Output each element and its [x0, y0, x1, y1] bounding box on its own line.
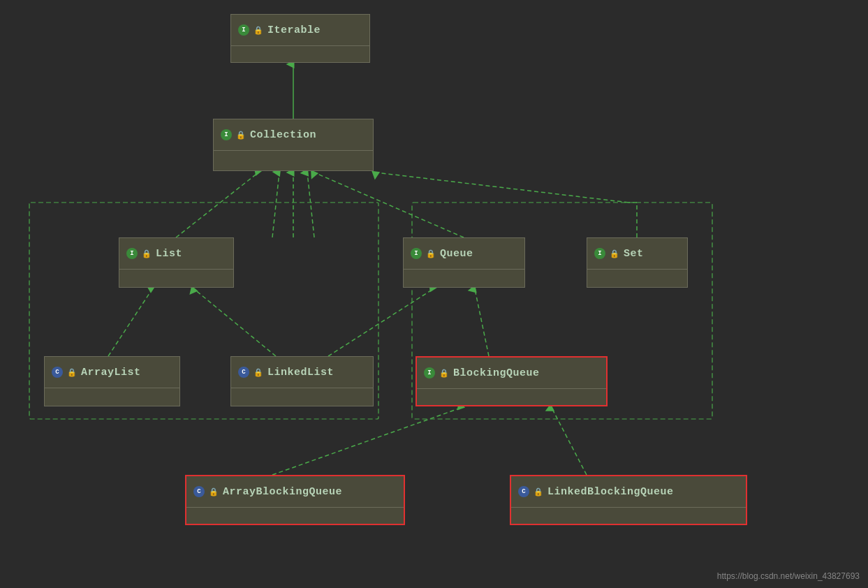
uml-box-set-header: I 🔒 Set [587, 238, 687, 269]
diagram-container: I 🔒 Iterable I 🔒 Collection I 🔒 List I 🔒… [0, 0, 868, 588]
queue-body [404, 269, 524, 281]
list-body [119, 269, 233, 281]
svg-line-9 [475, 289, 489, 356]
arraylist-label: ArrayList [81, 367, 141, 378]
class-icon-linkedlist: C [238, 367, 249, 378]
lock-icon-linkedblockingqueue: 🔒 [534, 487, 543, 497]
svg-line-8 [328, 289, 433, 356]
lock-icon-arraylist: 🔒 [67, 368, 77, 377]
blockingqueue-body [417, 388, 606, 401]
lock-icon-collection: 🔒 [236, 131, 246, 140]
svg-line-16 [307, 172, 314, 237]
interface-icon-queue: I [411, 248, 422, 259]
linkedlist-body [231, 388, 373, 400]
svg-line-10 [272, 408, 461, 475]
class-icon-linkedblockingqueue: C [518, 486, 529, 497]
arrayblockingqueue-label: ArrayBlockingQueue [223, 486, 342, 498]
svg-line-7 [194, 289, 276, 356]
uml-box-linkedlist-header: C 🔒 LinkedList [231, 357, 373, 388]
uml-box-blockingqueue: I 🔒 BlockingQueue [415, 356, 608, 406]
uml-box-collection-header: I 🔒 Collection [214, 119, 373, 150]
linkedlist-label: LinkedList [267, 367, 334, 378]
linkedblockingqueue-body [511, 507, 746, 520]
uml-box-arrayblockingqueue-header: C 🔒 ArrayBlockingQueue [186, 476, 404, 507]
list-label: List [156, 248, 182, 260]
lock-icon-list: 🔒 [142, 249, 152, 258]
collection-label: Collection [250, 129, 316, 141]
uml-box-queue: I 🔒 Queue [403, 237, 525, 288]
interface-icon-set: I [594, 248, 605, 259]
svg-line-6 [108, 289, 152, 356]
class-icon-arrayblockingqueue: C [193, 486, 205, 497]
svg-line-5 [376, 172, 628, 203]
uml-box-blockingqueue-header: I 🔒 BlockingQueue [417, 358, 606, 388]
uml-box-list: I 🔒 List [119, 237, 234, 288]
uml-box-arrayblockingqueue: C 🔒 ArrayBlockingQueue [185, 475, 405, 525]
lock-icon-set: 🔒 [610, 249, 619, 258]
interface-icon-blockingqueue: I [424, 367, 435, 378]
uml-box-linkedblockingqueue-header: C 🔒 LinkedBlockingQueue [511, 476, 746, 507]
linkedblockingqueue-label: LinkedBlockingQueue [547, 486, 674, 498]
collection-body [214, 150, 373, 163]
uml-box-linkedlist: C 🔒 LinkedList [230, 356, 374, 406]
svg-line-11 [552, 408, 587, 475]
svg-line-14 [272, 172, 279, 237]
set-body [587, 269, 687, 281]
iterable-body [231, 45, 369, 58]
uml-box-set: I 🔒 Set [587, 237, 688, 288]
uml-box-linkedblockingqueue: C 🔒 LinkedBlockingQueue [510, 475, 747, 525]
lock-icon-queue: 🔒 [426, 249, 436, 258]
interface-icon-collection: I [221, 129, 232, 140]
lock-icon-blockingqueue: 🔒 [439, 369, 449, 378]
blockingqueue-label: BlockingQueue [453, 367, 540, 379]
svg-line-3 [176, 172, 258, 237]
uml-box-arraylist-header: C 🔒 ArrayList [45, 357, 179, 388]
uml-box-queue-header: I 🔒 Queue [404, 238, 524, 269]
uml-box-iterable: I 🔒 Iterable [230, 14, 370, 63]
uml-box-list-header: I 🔒 List [119, 238, 233, 269]
lock-icon-linkedlist: 🔒 [253, 368, 263, 377]
queue-label: Queue [440, 248, 473, 260]
lock-icon-arrayblockingqueue: 🔒 [209, 487, 219, 497]
svg-line-4 [314, 172, 464, 237]
uml-box-collection: I 🔒 Collection [213, 119, 374, 171]
interface-icon-list: I [126, 248, 138, 259]
iterable-label: Iterable [267, 24, 321, 36]
arrayblockingqueue-body [186, 507, 404, 520]
arraylist-body [45, 388, 179, 400]
uml-box-iterable-header: I 🔒 Iterable [231, 15, 369, 45]
uml-box-arraylist: C 🔒 ArrayList [44, 356, 180, 406]
set-label: Set [624, 248, 644, 260]
class-icon-arraylist: C [52, 367, 63, 378]
watermark: https://blog.csdn.net/weixin_43827693 [717, 571, 860, 581]
interface-icon-iterable: I [238, 24, 249, 36]
lock-icon-iterable: 🔒 [253, 26, 263, 35]
